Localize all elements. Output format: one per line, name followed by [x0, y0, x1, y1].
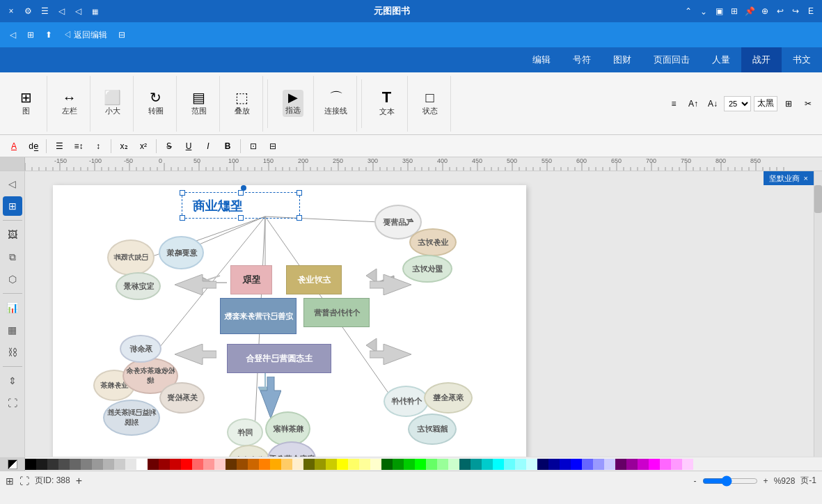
color-swatch[interactable]: [292, 459, 303, 470]
color-swatch[interactable]: [315, 459, 326, 470]
color-swatch[interactable]: [504, 459, 515, 470]
lt-layer-btn[interactable]: ⧉: [3, 247, 22, 267]
menu-symbol[interactable]: 号符: [562, 47, 602, 72]
tb1-prev[interactable]: ◁: [6, 29, 20, 41]
ribbon-btn-text[interactable]: T 文本: [377, 88, 397, 118]
color-swatch[interactable]: [114, 459, 125, 470]
save-icon[interactable]: ◁: [56, 6, 67, 17]
color-swatch[interactable]: [415, 459, 426, 470]
text-color-btn[interactable]: A: [6, 139, 22, 154]
v-scroll-thumb[interactable]: [814, 185, 822, 213]
color-swatch[interactable]: [214, 459, 226, 470]
lt-link-btn[interactable]: ⛓: [3, 342, 22, 362]
lt-back-btn[interactable]: ◁: [3, 174, 22, 194]
bold-btn[interactable]: B: [219, 139, 236, 154]
color-swatch[interactable]: [148, 459, 159, 470]
lt-img-btn[interactable]: 🖼: [3, 225, 22, 244]
copy-icon[interactable]: ⊞: [780, 96, 797, 111]
shape-circ-xiyuxi[interactable]: 系余析: [120, 335, 161, 363]
shape-rect4[interactable]: 个扑扑告普营: [303, 298, 370, 327]
color-swatch[interactable]: [482, 459, 493, 470]
lt-chart-btn[interactable]: 📊: [3, 298, 22, 317]
shape-circ-yewuduizuo[interactable]: 业务对左: [409, 228, 457, 256]
handle-br[interactable]: [297, 215, 302, 221]
color-swatch[interactable]: [582, 459, 593, 470]
status-add-btn[interactable]: +: [76, 475, 82, 487]
color-swatch[interactable]: [649, 459, 660, 470]
color-swatch[interactable]: [303, 459, 315, 470]
highlight-btn[interactable]: de̲: [25, 139, 42, 154]
color-swatch[interactable]: [181, 459, 192, 470]
undo-icon[interactable]: ↩: [775, 6, 786, 17]
color-swatch[interactable]: [526, 459, 537, 470]
color-swatch[interactable]: [281, 459, 292, 470]
underline-btn[interactable]: U: [180, 139, 197, 154]
color-swatch[interactable]: [237, 459, 248, 470]
menu-person[interactable]: 人量: [701, 47, 741, 72]
tb1-back[interactable]: ◁ 返回编辑: [59, 28, 111, 42]
color-swatch[interactable]: [448, 459, 459, 470]
menu-book[interactable]: 书文: [782, 47, 822, 72]
color-swatch[interactable]: [682, 459, 693, 470]
scroll-left-icon[interactable]: ⌃: [683, 6, 694, 17]
color-swatch[interactable]: [81, 459, 92, 470]
color-swatch[interactable]: [359, 459, 370, 470]
color-swatch[interactable]: [593, 459, 604, 470]
shape-circ-guanxisong[interactable]: 关系松资: [159, 382, 205, 414]
zoom-slider[interactable]: [702, 475, 758, 487]
color-swatch[interactable]: [270, 459, 281, 470]
sup-btn[interactable]: x²: [135, 139, 152, 154]
settings-icon[interactable]: ⚙: [22, 6, 33, 17]
ribbon-btn-size[interactable]: ⬜ 小大: [101, 89, 124, 118]
shape-circ-yizhifang[interactable]: 已知方既昨: [107, 239, 155, 276]
shape-circ-menghuoduizuo[interactable]: 盟伙对左: [402, 255, 452, 283]
color-swatch[interactable]: [638, 459, 649, 470]
tab-canvas[interactable]: 坚默业商 ×: [764, 171, 814, 185]
align-left-icon[interactable]: ≡: [665, 96, 682, 111]
menu-page[interactable]: 页面回击: [642, 47, 701, 72]
color-swatch[interactable]: [125, 459, 136, 470]
color-swatch[interactable]: [259, 459, 270, 470]
status-icon-fit[interactable]: ⊞: [6, 475, 14, 487]
rotation-handle[interactable]: [241, 185, 246, 191]
color-swatch[interactable]: [192, 459, 203, 470]
shape-circ-tongban[interactable]: 同伴: [227, 418, 263, 446]
handle-tr[interactable]: [297, 190, 302, 196]
pin-icon[interactable]: 📌: [744, 6, 755, 17]
restore-icon[interactable]: ▣: [713, 6, 725, 17]
clone-icon[interactable]: ⊞: [729, 6, 740, 17]
paste-format-btn[interactable]: ⊟: [264, 139, 281, 154]
color-swatch[interactable]: [671, 459, 682, 470]
cut-icon[interactable]: ✂: [800, 96, 816, 111]
color-swatch[interactable]: [493, 459, 504, 470]
color-swatch[interactable]: [537, 459, 548, 470]
color-swatch[interactable]: [437, 459, 448, 470]
menu-chart[interactable]: 图财: [602, 47, 642, 72]
lt-scroll-btn[interactable]: ⇕: [3, 371, 22, 391]
shape-circ-yiyaolve[interactable]: 意要略策: [159, 236, 204, 269]
color-swatch[interactable]: [326, 459, 337, 470]
main-canvas[interactable]: 坚默业商 坚取 左对业务 定善: [53, 185, 526, 457]
ribbon-btn-connect[interactable]: ⌒ 连接线: [322, 89, 350, 118]
shape-rect5[interactable]: 主态圆营已书登合: [227, 344, 331, 373]
color-swatch[interactable]: [426, 459, 437, 470]
ribbon-btn-shapes[interactable]: ⊞ 图: [17, 89, 35, 118]
tb1-shapes[interactable]: ⊞: [23, 29, 38, 41]
color-swatch[interactable]: [36, 459, 47, 470]
color-swatch[interactable]: [404, 459, 415, 470]
color-swatch[interactable]: [248, 459, 259, 470]
handle-bl[interactable]: [180, 215, 185, 221]
color-swatch[interactable]: [615, 459, 626, 470]
shape-circ-tacai[interactable]: 踏踩对左: [408, 414, 457, 445]
ribbon-btn-status[interactable]: □ 状态: [420, 89, 441, 118]
color-swatch[interactable]: [226, 459, 237, 470]
sub-btn[interactable]: x₂: [116, 139, 132, 154]
color-swatch[interactable]: [660, 459, 671, 470]
lt-expand-btn[interactable]: ⛶: [3, 393, 22, 413]
color-swatch[interactable]: [571, 459, 582, 470]
zoom-in-btn[interactable]: +: [764, 476, 768, 486]
color-swatch[interactable]: [136, 459, 148, 470]
list-btn[interactable]: ☰: [51, 139, 68, 154]
color-swatch[interactable]: [203, 459, 214, 470]
tb1-tag[interactable]: ⊟: [114, 29, 129, 41]
